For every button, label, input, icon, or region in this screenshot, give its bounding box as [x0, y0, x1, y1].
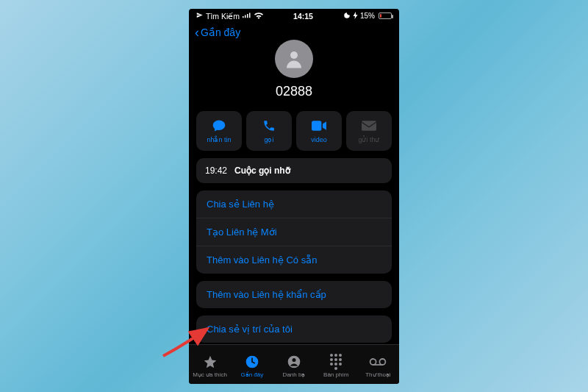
back-label: Gần đây — [201, 26, 240, 38]
status-time: 14:15 — [293, 12, 313, 21]
star-icon — [203, 354, 218, 370]
contact-number: 02888 — [276, 84, 312, 99]
svg-rect-0 — [243, 16, 244, 18]
recent-call-card[interactable]: 19:42 Cuộc gọi nhỡ — [196, 158, 392, 183]
svg-point-10 — [370, 359, 376, 365]
tab-contacts-label: Danh bạ — [283, 371, 306, 378]
content-area: 19:42 Cuộc gọi nhỡ Chia sẻ Liên hệ Tạo L… — [189, 158, 399, 344]
person-icon — [287, 354, 301, 370]
message-label: nhắn tin — [207, 136, 231, 143]
tab-keypad-label: Bàn phím — [323, 371, 348, 378]
share-location-item[interactable]: Chia sẻ vị trí của tôi — [196, 316, 392, 343]
recent-call-label: Cuộc gọi nhỡ — [234, 165, 290, 176]
tab-bar: Mục ưa thích Gần đây Danh bạ Bàn phím Th… — [189, 344, 399, 384]
recent-call-time: 19:42 — [205, 165, 227, 176]
svg-point-4 — [290, 51, 298, 59]
tab-keypad[interactable]: Bàn phím — [315, 354, 357, 378]
video-icon — [312, 118, 326, 133]
call-button[interactable]: gọi — [246, 111, 292, 151]
message-button[interactable]: nhắn tin — [196, 111, 242, 151]
keypad-icon — [330, 354, 342, 370]
avatar — [275, 40, 313, 78]
video-button[interactable]: video — [296, 111, 342, 151]
video-label: video — [311, 136, 327, 143]
dnd-icon — [343, 12, 351, 21]
svg-rect-1 — [245, 15, 246, 18]
mail-icon — [362, 118, 376, 133]
emergency-contact-item[interactable]: Thêm vào Liên hệ khẩn cấp — [196, 281, 392, 308]
chevron-left-icon: ‹ — [195, 27, 199, 38]
tab-favorites-label: Mục ưa thích — [193, 371, 227, 378]
mail-button: gửi thư — [346, 111, 392, 151]
tab-contacts[interactable]: Danh bạ — [273, 354, 315, 378]
carrier-label: Tìm Kiếm — [206, 12, 240, 21]
contact-actions-group: Chia sẻ Liên hệ Tạo Liên hệ Mới Thêm vào… — [196, 190, 392, 274]
status-left: Tìm Kiếm — [196, 12, 263, 21]
status-right: 15% — [343, 12, 392, 21]
battery-icon — [379, 13, 392, 19]
phone-frame: Tìm Kiếm 14:15 15% ‹ Gần đây — [189, 9, 399, 384]
tab-voicemail-label: Thư thoại — [365, 371, 390, 378]
location-group: Chia sẻ vị trí của tôi — [196, 316, 392, 343]
tab-recents-label: Gần đây — [240, 371, 263, 378]
call-label: gọi — [264, 136, 273, 143]
back-button[interactable]: ‹ Gần đây — [195, 26, 240, 38]
signal-icon — [243, 12, 251, 20]
action-row: nhắn tin gọi video gửi thư — [189, 107, 399, 158]
battery-percent: 15% — [360, 12, 375, 20]
svg-point-11 — [380, 359, 386, 365]
location-icon — [196, 12, 203, 20]
phone-icon — [262, 118, 276, 133]
message-icon — [212, 118, 226, 133]
charging-icon — [353, 12, 358, 21]
share-contact-item[interactable]: Chia sẻ Liên hệ — [196, 190, 392, 218]
create-contact-item[interactable]: Tạo Liên hệ Mới — [196, 218, 392, 246]
contact-header: 02888 — [189, 49, 399, 107]
svg-rect-5 — [312, 121, 321, 130]
tab-voicemail[interactable]: Thư thoại — [357, 354, 399, 378]
tab-favorites[interactable]: Mục ưa thích — [189, 354, 231, 378]
clock-icon — [245, 354, 259, 370]
svg-rect-3 — [249, 13, 251, 18]
svg-point-9 — [293, 358, 296, 362]
wifi-icon — [254, 12, 263, 21]
add-existing-contact-item[interactable]: Thêm vào Liên hệ Có sẵn — [196, 246, 392, 274]
svg-rect-6 — [362, 121, 376, 130]
mail-label: gửi thư — [358, 136, 379, 143]
tab-recents[interactable]: Gần đây — [231, 354, 273, 378]
voicemail-icon — [369, 354, 387, 370]
svg-rect-2 — [247, 14, 248, 18]
status-bar: Tìm Kiếm 14:15 15% — [189, 9, 399, 24]
emergency-group: Thêm vào Liên hệ khẩn cấp — [196, 281, 392, 308]
